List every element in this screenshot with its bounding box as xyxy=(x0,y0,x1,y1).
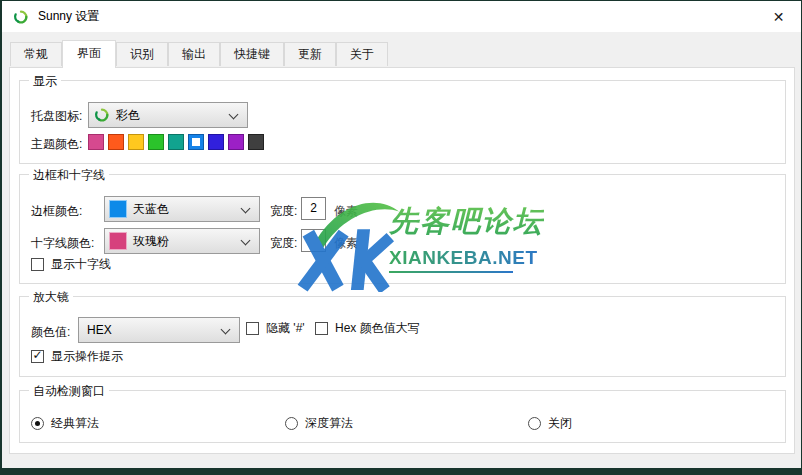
color-format-label: 颜色值: xyxy=(31,324,70,341)
depth-algorithm-radio[interactable] xyxy=(285,417,298,430)
group-auto-detect-legend: 自动检测窗口 xyxy=(29,383,109,400)
theme-swatch-blue[interactable] xyxy=(188,134,204,150)
group-magnifier-legend: 放大镜 xyxy=(29,289,73,306)
theme-swatch-teal[interactable] xyxy=(168,134,184,150)
tab-hotkeys[interactable]: 快捷键 xyxy=(220,42,284,66)
window-title: Sunny 设置 xyxy=(38,8,99,25)
border-color-swatch xyxy=(109,200,127,218)
hex-uppercase-option[interactable]: ✓ Hex 颜色值大写 xyxy=(315,320,420,337)
tray-icon-select[interactable]: 彩色 xyxy=(88,102,248,128)
tray-icon-label: 托盘图标: xyxy=(31,108,82,125)
tab-about[interactable]: 关于 xyxy=(336,42,388,66)
theme-swatch-pink[interactable] xyxy=(88,134,104,150)
tab-recognition[interactable]: 识别 xyxy=(116,42,168,66)
color-format-value: HEX xyxy=(87,323,112,337)
group-display-legend: 显示 xyxy=(29,73,61,90)
theme-swatch-indigo[interactable] xyxy=(208,134,224,150)
tab-update[interactable]: 更新 xyxy=(284,42,336,66)
title-bar: Sunny 设置 ✕ xyxy=(2,1,801,32)
border-color-label: 边框颜色: xyxy=(31,203,82,220)
hex-uppercase-label: Hex 颜色值大写 xyxy=(335,320,420,337)
crosshair-color-select[interactable]: 玫瑰粉 xyxy=(104,228,260,254)
tab-bar: 常规 界面 识别 输出 快捷键 更新 关于 xyxy=(10,40,388,66)
off-radio[interactable] xyxy=(528,417,541,430)
border-color-value: 天蓝色 xyxy=(133,201,169,218)
show-tips-label: 显示操作提示 xyxy=(51,348,123,365)
chevron-down-icon xyxy=(221,325,231,335)
crosshair-color-swatch xyxy=(109,232,127,250)
group-auto-detect: 自动检测窗口 xyxy=(19,390,786,443)
hide-hash-label: 隐藏 '#' xyxy=(266,320,305,337)
screen: Sunny 设置 ✕ 常规 界面 识别 输出 快捷键 更新 关于 显示 托盘图标… xyxy=(0,0,802,475)
crosshair-color-value: 玫瑰粉 xyxy=(133,233,169,250)
hex-uppercase-checkbox[interactable]: ✓ xyxy=(315,322,328,335)
color-format-select[interactable]: HEX xyxy=(78,317,240,343)
chevron-down-icon xyxy=(241,236,251,246)
theme-swatch-dark-gray[interactable] xyxy=(248,134,264,150)
show-crosshair-label: 显示十字线 xyxy=(51,256,111,273)
depth-algorithm-option[interactable]: 深度算法 xyxy=(285,415,353,432)
classic-algorithm-label: 经典算法 xyxy=(51,415,99,432)
chevron-down-icon xyxy=(241,204,251,214)
show-tips-checkbox[interactable]: ✓ xyxy=(31,350,44,363)
watermark-site: XIANKEBA.NET xyxy=(389,247,544,269)
off-label: 关闭 xyxy=(548,415,572,432)
tray-color-icon xyxy=(94,107,110,123)
theme-swatch-green[interactable] xyxy=(148,134,164,150)
radio-dot-icon xyxy=(35,421,40,426)
close-button[interactable]: ✕ xyxy=(756,1,801,32)
watermark: 先客吧论坛 XIANKEBA.NET xyxy=(292,192,537,292)
show-tips-option[interactable]: ✓ 显示操作提示 xyxy=(31,348,123,365)
sunny-app-icon xyxy=(13,9,29,25)
show-crosshair-checkbox[interactable]: ✓ xyxy=(31,258,44,271)
theme-swatch-purple[interactable] xyxy=(228,134,244,150)
chevron-down-icon xyxy=(229,110,239,120)
crosshair-color-label: 十字线颜色: xyxy=(31,235,94,252)
classic-algorithm-option[interactable]: 经典算法 xyxy=(31,415,99,432)
theme-swatch-yellow[interactable] xyxy=(128,134,144,150)
depth-algorithm-label: 深度算法 xyxy=(305,415,353,432)
watermark-underline xyxy=(389,271,513,273)
show-crosshair-option[interactable]: ✓ 显示十字线 xyxy=(31,256,111,273)
tab-general[interactable]: 常规 xyxy=(10,42,62,66)
watermark-title: 先客吧论坛 xyxy=(389,202,544,242)
hide-hash-option[interactable]: ✓ 隐藏 '#' xyxy=(246,320,305,337)
tab-output[interactable]: 输出 xyxy=(168,42,220,66)
settings-window: Sunny 设置 ✕ 常规 界面 识别 输出 快捷键 更新 关于 显示 托盘图标… xyxy=(2,1,801,468)
off-option[interactable]: 关闭 xyxy=(528,415,572,432)
watermark-xk-logo-icon xyxy=(292,192,404,292)
border-color-select[interactable]: 天蓝色 xyxy=(104,196,260,222)
tray-icon-value: 彩色 xyxy=(116,107,140,124)
theme-color-swatches xyxy=(88,134,264,150)
hide-hash-checkbox[interactable]: ✓ xyxy=(246,322,259,335)
watermark-text: 先客吧论坛 XIANKEBA.NET xyxy=(389,202,544,273)
theme-color-label: 主题颜色: xyxy=(31,136,82,153)
group-border-crosshair-legend: 边框和十字线 xyxy=(29,167,109,184)
check-icon: ✓ xyxy=(33,349,43,362)
classic-algorithm-radio[interactable] xyxy=(31,417,44,430)
tab-interface[interactable]: 界面 xyxy=(62,40,116,68)
theme-swatch-orange[interactable] xyxy=(108,134,124,150)
